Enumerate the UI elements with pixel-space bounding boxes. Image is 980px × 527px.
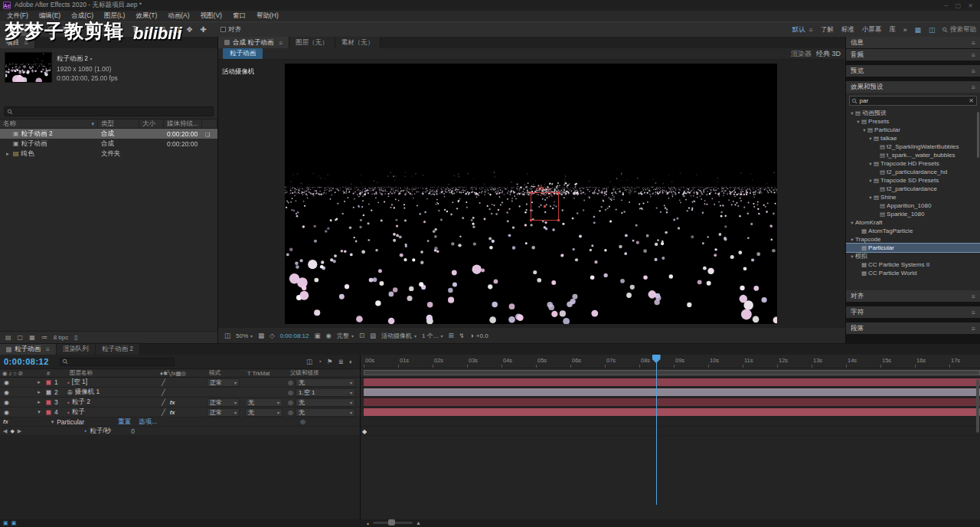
timeline-zoom-handle[interactable] <box>388 519 395 525</box>
effect-fx-badge[interactable]: fx <box>3 418 8 425</box>
hand-tool[interactable]: ☞ <box>31 24 44 36</box>
effect-expander-icon[interactable]: ▾ <box>51 419 54 425</box>
blend-mode-dropdown[interactable]: 正常▾ <box>207 378 240 387</box>
blend-mode-dropdown[interactable]: 正常▾ <box>207 398 240 407</box>
ruler-label[interactable]: 01s <box>400 357 409 364</box>
trkmat-column[interactable]: T TrkMat <box>245 370 288 377</box>
tree-item-cc-particle-systems-ii[interactable]: ▦CC Particle Systems II <box>846 260 980 269</box>
panel-header-信息[interactable]: 信息≡ <box>846 37 980 48</box>
roto-brush-tool[interactable]: ❖ <box>183 24 196 36</box>
next-keyframe-icon[interactable]: ▶ <box>18 428 21 434</box>
snap-option[interactable]: 对齐 <box>220 25 241 34</box>
workspace-item-2[interactable]: 了解 <box>821 25 834 34</box>
composition-thumbnail[interactable] <box>5 52 52 83</box>
brush-tool[interactable]: ✑ <box>142 24 155 36</box>
camera-dropdown[interactable]: 活动摄像机▾ <box>381 332 416 340</box>
panel-menu-icon[interactable]: ≡ <box>972 325 975 332</box>
time-ruler[interactable]: 00s01s02s03s04s05s06s07s08s09s10s11s12s1… <box>361 355 980 368</box>
property-bar-row[interactable]: ◆ <box>361 427 980 436</box>
tab-project[interactable]: 项目 ≡ <box>0 37 35 48</box>
ruler-label[interactable]: 17s <box>951 357 960 364</box>
quality-switch-icon[interactable]: ╱ <box>162 379 165 386</box>
pickwhip-icon[interactable]: ◎ <box>300 418 305 425</box>
tree-item-t2_particulardance[interactable]: ▤t2_particulardance <box>846 185 980 193</box>
menu-item-9[interactable]: 帮助(H) <box>251 11 284 21</box>
camera-tool[interactable]: ✇ <box>73 24 86 36</box>
tree-item-particular[interactable]: ▦Particular <box>846 244 980 252</box>
quality-switch-icon[interactable]: ╱ <box>162 389 165 396</box>
tree-item-atomkraft[interactable]: ▾AtomKraft <box>846 218 980 227</box>
tree-item-t_spark-_water_bubbles[interactable]: ▤t_spark..._water_bubbles <box>846 151 980 159</box>
keyframe-icon[interactable]: ◆ <box>362 428 367 435</box>
mode-column[interactable]: 模式 <box>207 369 245 377</box>
project-row[interactable]: ▸▤纯色文件夹 <box>0 149 217 159</box>
menu-item-1[interactable]: 文件(F) <box>2 11 34 21</box>
effect-options-link[interactable]: 选项... <box>139 417 157 427</box>
orbit-camera-tool[interactable]: ↻ <box>59 24 72 36</box>
collapse-arrow-icon[interactable]: ▾ <box>867 178 874 184</box>
timeline-tab-2[interactable]: 渲染队列 <box>57 344 96 355</box>
ruler-label[interactable]: 16s <box>916 357 926 364</box>
draft-3d-icon[interactable]: ◔ <box>318 358 322 365</box>
panel-menu-icon[interactable]: ≡ <box>972 39 975 47</box>
pen-tool[interactable]: ✎ <box>114 24 127 36</box>
effect-reset-link[interactable]: 重置 <box>118 417 131 427</box>
layer-visibility-toggle[interactable]: ◉ <box>4 379 9 386</box>
ruler-label[interactable]: 08s <box>641 357 650 364</box>
layer-row-1[interactable]: ◉▸1▪[空 1]╱正常▾◎无▾ <box>0 378 360 388</box>
column-header-4[interactable]: 媒体持续... <box>164 119 202 128</box>
layer-expander-icon[interactable]: ▾ <box>34 409 44 415</box>
ruler-label[interactable]: 12s <box>779 357 788 364</box>
effects-search-input[interactable]: ⚲ par ✕ <box>849 96 977 106</box>
parent-dropdown[interactable]: 1.空 1▾ <box>296 388 355 397</box>
parent-column[interactable]: 父级和链接 <box>288 369 360 377</box>
ruler-label[interactable]: 11s <box>744 357 753 364</box>
close-button-icon[interactable]: ✕ <box>968 2 973 9</box>
tree-item-cc-particle-world[interactable]: ▦CC Particle World <box>846 269 980 277</box>
layer-duration-bar[interactable] <box>364 388 980 396</box>
effects-presets-header[interactable]: 效果和预设 ≡ <box>846 81 980 93</box>
timeline-zoom-out-icon[interactable]: ▲ <box>366 521 370 525</box>
ruler-label[interactable]: 02s <box>434 357 443 364</box>
timeline-tab-1[interactable]: 粒子动画≡ <box>0 344 57 355</box>
layer-bar-row[interactable] <box>361 378 980 388</box>
panel-header-段落[interactable]: 段落≡ <box>846 322 980 334</box>
tree-item--[interactable]: ▾模拟 <box>846 252 980 260</box>
trash-icon[interactable]: ▯ <box>74 334 77 341</box>
pickwhip-icon[interactable]: ◎ <box>288 389 293 396</box>
layer-name-cell[interactable]: ▪粒子 <box>67 408 158 417</box>
layer-bar-row[interactable] <box>361 388 980 398</box>
workspace-item-1[interactable]: 默认 <box>792 25 805 34</box>
tree-item-trapcode-sd-presets[interactable]: ▾▤Trapcode SD Presets <box>846 176 980 185</box>
tree-item-apparition_1080[interactable]: ▤Apparition_1080 <box>846 201 980 210</box>
comp-tab-2[interactable]: 图层（无） <box>289 37 335 48</box>
workspace-item-4[interactable]: 小屏幕 <box>862 25 882 34</box>
quality-switch-icon[interactable]: ╱ <box>162 399 165 406</box>
minimize-button-icon[interactable]: ─ <box>944 2 949 9</box>
effect-property-row[interactable]: ◀ ◆ ▶ ◔ 粒子/秒 0 <box>0 427 360 436</box>
work-area-bar[interactable] <box>364 370 980 375</box>
shape-tool[interactable]: ▭ <box>100 24 113 36</box>
collapse-arrow-icon[interactable]: ▾ <box>849 237 855 243</box>
interpret-footage-icon[interactable]: ▤ <box>5 334 11 341</box>
panel-header-预览[interactable]: 预览≡ <box>846 65 980 77</box>
collapse-arrow-icon[interactable]: ▾ <box>867 195 874 201</box>
comp-tab-1[interactable]: 合成 粒子动画≡ <box>218 37 289 48</box>
panel-menu-icon[interactable]: ≡ <box>46 345 50 353</box>
workspace-item-3[interactable]: 标准 <box>841 25 854 34</box>
tree-item-talkae[interactable]: ▾▤talkae <box>846 134 980 142</box>
comp-flyout-icon[interactable]: ▾ <box>90 57 92 61</box>
trkmat-dropdown[interactable]: 无▾ <box>245 398 283 407</box>
add-keyframe-icon[interactable]: ◆ <box>10 428 14 434</box>
effect-name[interactable]: Particular <box>57 418 84 426</box>
layer-visibility-toggle[interactable]: ◉ <box>4 399 9 406</box>
tree-item-t2_sparklingwaterbubbles[interactable]: ▤t2_SparklingWaterBubbles <box>846 142 980 151</box>
magnification-dropdown[interactable]: 50%▾ <box>236 332 253 339</box>
selection-tool[interactable]: ► <box>18 24 31 36</box>
ruler-label[interactable]: 03s <box>469 357 478 364</box>
ruler-label[interactable]: 15s <box>882 357 891 364</box>
ruler-label[interactable]: 00s <box>365 357 374 364</box>
collapse-arrow-icon[interactable]: ▾ <box>849 110 855 116</box>
tree-item-t2_particulardance_hd[interactable]: ▤t2_particulardance_hd <box>846 168 980 176</box>
layer-visibility-toggle[interactable]: ◉ <box>4 389 9 396</box>
